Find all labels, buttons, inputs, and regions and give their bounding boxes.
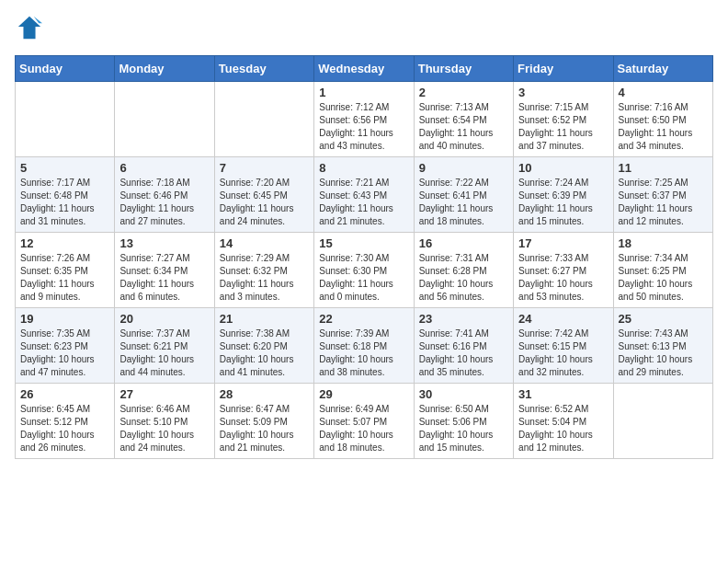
calendar-cell: 13Sunrise: 7:27 AM Sunset: 6:34 PM Dayli… bbox=[115, 233, 214, 308]
day-info: Sunrise: 7:42 AM Sunset: 6:15 PM Dayligh… bbox=[518, 327, 608, 379]
day-number: 9 bbox=[419, 161, 508, 175]
day-info: Sunrise: 7:38 AM Sunset: 6:20 PM Dayligh… bbox=[220, 327, 309, 379]
day-number: 12 bbox=[20, 236, 109, 250]
day-number: 3 bbox=[518, 86, 608, 99]
day-info: Sunrise: 7:26 AM Sunset: 6:35 PM Dayligh… bbox=[20, 252, 109, 304]
day-number: 5 bbox=[20, 161, 109, 175]
calendar-cell: 8Sunrise: 7:21 AM Sunset: 6:43 PM Daylig… bbox=[314, 157, 414, 233]
day-number: 11 bbox=[619, 161, 708, 175]
day-info: Sunrise: 6:49 AM Sunset: 5:07 PM Dayligh… bbox=[319, 403, 408, 454]
calendar-cell: 7Sunrise: 7:20 AM Sunset: 6:45 PM Daylig… bbox=[214, 157, 313, 233]
day-info: Sunrise: 7:30 AM Sunset: 6:30 PM Dayligh… bbox=[319, 252, 408, 304]
calendar-cell: 14Sunrise: 7:29 AM Sunset: 6:32 PM Dayli… bbox=[214, 233, 313, 308]
day-info: Sunrise: 7:18 AM Sunset: 6:46 PM Dayligh… bbox=[119, 177, 209, 228]
weekday-header-monday: Monday bbox=[115, 56, 214, 82]
day-number: 21 bbox=[220, 312, 309, 326]
day-number: 27 bbox=[119, 387, 209, 401]
day-number: 17 bbox=[518, 236, 608, 250]
day-number: 2 bbox=[419, 86, 508, 99]
day-info: Sunrise: 7:15 AM Sunset: 6:52 PM Dayligh… bbox=[518, 101, 608, 153]
day-info: Sunrise: 7:41 AM Sunset: 6:16 PM Dayligh… bbox=[419, 327, 508, 379]
day-info: Sunrise: 7:33 AM Sunset: 6:27 PM Dayligh… bbox=[518, 252, 608, 304]
weekday-header-tuesday: Tuesday bbox=[214, 56, 313, 82]
calendar-cell: 25Sunrise: 7:43 AM Sunset: 6:13 PM Dayli… bbox=[613, 308, 712, 384]
day-info: Sunrise: 7:37 AM Sunset: 6:21 PM Dayligh… bbox=[119, 327, 209, 379]
day-number: 1 bbox=[319, 86, 408, 99]
day-info: Sunrise: 6:52 AM Sunset: 5:04 PM Dayligh… bbox=[518, 403, 608, 454]
day-number: 18 bbox=[619, 236, 708, 250]
weekday-header-sunday: Sunday bbox=[16, 56, 115, 82]
calendar-cell bbox=[16, 82, 115, 157]
calendar-cell: 16Sunrise: 7:31 AM Sunset: 6:28 PM Dayli… bbox=[414, 233, 513, 308]
calendar-cell: 2Sunrise: 7:13 AM Sunset: 6:54 PM Daylig… bbox=[414, 82, 513, 157]
day-number: 25 bbox=[619, 312, 708, 326]
calendar-cell: 11Sunrise: 7:25 AM Sunset: 6:37 PM Dayli… bbox=[613, 157, 712, 233]
day-number: 7 bbox=[220, 161, 309, 175]
calendar-cell: 15Sunrise: 7:30 AM Sunset: 6:30 PM Dayli… bbox=[314, 233, 414, 308]
calendar-cell: 27Sunrise: 6:46 AM Sunset: 5:10 PM Dayli… bbox=[115, 384, 214, 459]
calendar-week-row: 26Sunrise: 6:45 AM Sunset: 5:12 PM Dayli… bbox=[16, 384, 713, 459]
day-info: Sunrise: 7:27 AM Sunset: 6:34 PM Dayligh… bbox=[119, 252, 209, 304]
day-number: 16 bbox=[419, 236, 508, 250]
day-number: 4 bbox=[619, 86, 708, 99]
day-number: 6 bbox=[119, 161, 209, 175]
calendar-cell: 10Sunrise: 7:24 AM Sunset: 6:39 PM Dayli… bbox=[514, 157, 613, 233]
day-number: 23 bbox=[419, 312, 508, 326]
day-number: 29 bbox=[319, 387, 408, 401]
day-number: 31 bbox=[518, 387, 608, 401]
day-info: Sunrise: 7:17 AM Sunset: 6:48 PM Dayligh… bbox=[20, 177, 109, 228]
calendar-cell: 23Sunrise: 7:41 AM Sunset: 6:16 PM Dayli… bbox=[414, 308, 513, 384]
day-number: 19 bbox=[20, 312, 109, 326]
weekday-header-thursday: Thursday bbox=[414, 56, 513, 82]
day-info: Sunrise: 6:47 AM Sunset: 5:09 PM Dayligh… bbox=[220, 403, 309, 454]
calendar-week-row: 12Sunrise: 7:26 AM Sunset: 6:35 PM Dayli… bbox=[16, 233, 713, 308]
day-info: Sunrise: 6:50 AM Sunset: 5:06 PM Dayligh… bbox=[419, 403, 508, 454]
calendar-cell: 19Sunrise: 7:35 AM Sunset: 6:23 PM Dayli… bbox=[16, 308, 115, 384]
day-number: 26 bbox=[20, 387, 109, 401]
calendar-cell: 28Sunrise: 6:47 AM Sunset: 5:09 PM Dayli… bbox=[214, 384, 313, 459]
calendar-cell: 26Sunrise: 6:45 AM Sunset: 5:12 PM Dayli… bbox=[16, 384, 115, 459]
calendar-cell: 1Sunrise: 7:12 AM Sunset: 6:56 PM Daylig… bbox=[314, 82, 414, 157]
day-info: Sunrise: 7:22 AM Sunset: 6:41 PM Dayligh… bbox=[419, 177, 508, 228]
weekday-header-saturday: Saturday bbox=[613, 56, 712, 82]
calendar-cell: 9Sunrise: 7:22 AM Sunset: 6:41 PM Daylig… bbox=[414, 157, 513, 233]
day-info: Sunrise: 7:13 AM Sunset: 6:54 PM Dayligh… bbox=[419, 101, 508, 153]
day-info: Sunrise: 7:35 AM Sunset: 6:23 PM Dayligh… bbox=[20, 327, 109, 379]
calendar-cell: 3Sunrise: 7:15 AM Sunset: 6:52 PM Daylig… bbox=[514, 82, 613, 157]
day-number: 22 bbox=[319, 312, 408, 326]
day-info: Sunrise: 7:21 AM Sunset: 6:43 PM Dayligh… bbox=[319, 177, 408, 228]
calendar-cell bbox=[115, 82, 214, 157]
day-info: Sunrise: 7:16 AM Sunset: 6:50 PM Dayligh… bbox=[619, 101, 708, 153]
day-info: Sunrise: 7:39 AM Sunset: 6:18 PM Dayligh… bbox=[319, 327, 408, 379]
day-info: Sunrise: 7:31 AM Sunset: 6:28 PM Dayligh… bbox=[419, 252, 508, 304]
day-number: 14 bbox=[220, 236, 309, 250]
calendar-cell: 31Sunrise: 6:52 AM Sunset: 5:04 PM Dayli… bbox=[514, 384, 613, 459]
day-number: 10 bbox=[518, 161, 608, 175]
page-header bbox=[15, 15, 713, 44]
weekday-header-friday: Friday bbox=[514, 56, 613, 82]
day-number: 30 bbox=[419, 387, 508, 401]
calendar-cell: 24Sunrise: 7:42 AM Sunset: 6:15 PM Dayli… bbox=[514, 308, 613, 384]
day-number: 15 bbox=[319, 236, 408, 250]
calendar-cell: 20Sunrise: 7:37 AM Sunset: 6:21 PM Dayli… bbox=[115, 308, 214, 384]
calendar-cell: 12Sunrise: 7:26 AM Sunset: 6:35 PM Dayli… bbox=[16, 233, 115, 308]
calendar-cell: 22Sunrise: 7:39 AM Sunset: 6:18 PM Dayli… bbox=[314, 308, 414, 384]
day-info: Sunrise: 7:34 AM Sunset: 6:25 PM Dayligh… bbox=[619, 252, 708, 304]
day-info: Sunrise: 7:43 AM Sunset: 6:13 PM Dayligh… bbox=[619, 327, 708, 379]
day-info: Sunrise: 7:24 AM Sunset: 6:39 PM Dayligh… bbox=[518, 177, 608, 228]
weekday-header-wednesday: Wednesday bbox=[314, 56, 414, 82]
calendar-week-row: 19Sunrise: 7:35 AM Sunset: 6:23 PM Dayli… bbox=[16, 308, 713, 384]
calendar-week-row: 5Sunrise: 7:17 AM Sunset: 6:48 PM Daylig… bbox=[16, 157, 713, 233]
calendar-cell: 4Sunrise: 7:16 AM Sunset: 6:50 PM Daylig… bbox=[613, 82, 712, 157]
day-number: 28 bbox=[220, 387, 309, 401]
logo bbox=[15, 15, 46, 44]
calendar-cell: 21Sunrise: 7:38 AM Sunset: 6:20 PM Dayli… bbox=[214, 308, 313, 384]
calendar-cell: 5Sunrise: 7:17 AM Sunset: 6:48 PM Daylig… bbox=[16, 157, 115, 233]
day-info: Sunrise: 6:45 AM Sunset: 5:12 PM Dayligh… bbox=[20, 403, 109, 454]
day-info: Sunrise: 7:29 AM Sunset: 6:32 PM Dayligh… bbox=[220, 252, 309, 304]
calendar-cell: 17Sunrise: 7:33 AM Sunset: 6:27 PM Dayli… bbox=[514, 233, 613, 308]
day-info: Sunrise: 7:20 AM Sunset: 6:45 PM Dayligh… bbox=[220, 177, 309, 228]
day-info: Sunrise: 7:25 AM Sunset: 6:37 PM Dayligh… bbox=[619, 177, 708, 228]
calendar-week-row: 1Sunrise: 7:12 AM Sunset: 6:56 PM Daylig… bbox=[16, 82, 713, 157]
day-number: 24 bbox=[518, 312, 608, 326]
